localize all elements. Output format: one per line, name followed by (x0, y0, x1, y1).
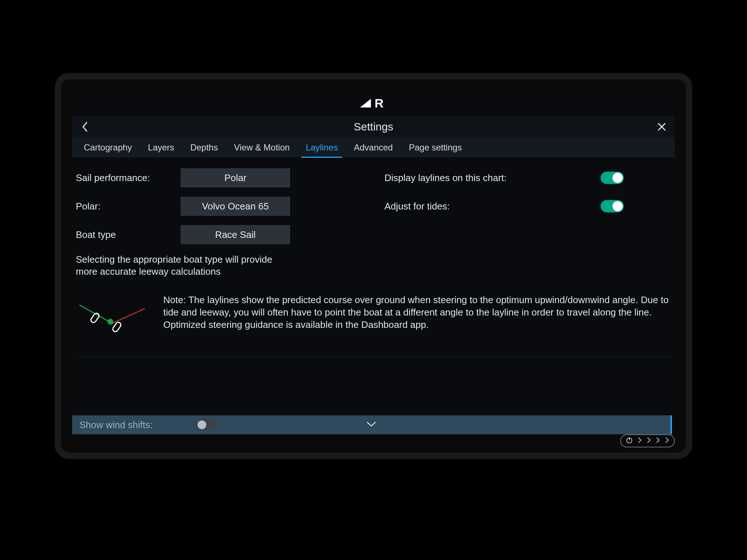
svg-line-1 (79, 305, 109, 321)
svg-line-2 (112, 309, 145, 323)
tab-laylines[interactable]: Laylines (298, 138, 346, 157)
close-icon (657, 122, 666, 131)
device-frame: R Settings Cartography Layers Depths Vie… (55, 73, 692, 459)
sail-performance-select[interactable]: Polar (181, 168, 290, 187)
expand-footer-button[interactable] (366, 421, 376, 429)
footer-row-wind-shifts[interactable]: Show wind shifts: (72, 415, 672, 434)
brand-logo: R (72, 90, 675, 116)
layline-diagram (76, 294, 149, 338)
show-wind-shifts-label: Show wind shifts: (79, 419, 153, 431)
row-sail-performance: Sail performance: Polar (76, 168, 363, 187)
divider (76, 357, 671, 357)
chevron-right-icon[interactable] (647, 437, 651, 445)
tabs: Cartography Layers Depths View & Motion … (72, 138, 675, 157)
adjust-tides-label: Adjust for tides: (384, 201, 450, 212)
chevron-left-icon (82, 122, 89, 132)
svg-rect-4 (90, 312, 100, 324)
chevron-down-icon (366, 421, 376, 427)
row-display-laylines: Display laylines on this chart: (384, 168, 671, 187)
display-laylines-label: Display laylines on this chart: (384, 172, 507, 184)
boat-type-select[interactable]: Race Sail (181, 225, 290, 244)
tab-cartography[interactable]: Cartography (76, 138, 140, 157)
screen: R Settings Cartography Layers Depths Vie… (72, 90, 675, 434)
row-adjust-tides: Adjust for tides: (384, 197, 671, 216)
layline-note: Note: The laylines show the predicted co… (163, 294, 671, 331)
tab-advanced[interactable]: Advanced (346, 138, 401, 157)
polar-select[interactable]: Volvo Ocean 65 (181, 197, 290, 216)
row-polar: Polar: Volvo Ocean 65 (76, 197, 363, 216)
svg-point-3 (107, 319, 113, 325)
chevron-right-icon[interactable] (665, 437, 669, 445)
header-title: Settings (354, 121, 393, 133)
power-icon[interactable] (626, 436, 633, 445)
hardware-button-strip (620, 434, 675, 447)
tab-depths[interactable]: Depths (182, 138, 226, 157)
close-button[interactable] (655, 120, 668, 133)
adjust-tides-toggle[interactable] (601, 200, 624, 212)
tab-view-motion[interactable]: View & Motion (226, 138, 298, 157)
row-boat-type: Boat type Race Sail (76, 225, 363, 244)
chevron-right-icon[interactable] (638, 437, 642, 445)
svg-text:R: R (375, 96, 384, 110)
display-laylines-toggle[interactable] (601, 172, 624, 184)
polar-label: Polar: (76, 201, 171, 212)
boat-type-label: Boat type (76, 229, 171, 240)
chevron-right-icon[interactable] (656, 437, 660, 445)
boat-type-note: Selecting the appropriate boat type will… (76, 254, 280, 277)
show-wind-shifts-toggle[interactable] (196, 419, 217, 430)
sail-performance-label: Sail performance: (76, 172, 171, 184)
back-button[interactable] (79, 120, 92, 133)
tab-page-settings[interactable]: Page settings (401, 138, 470, 157)
settings-header: Settings (72, 116, 675, 138)
tab-layers[interactable]: Layers (140, 138, 182, 157)
